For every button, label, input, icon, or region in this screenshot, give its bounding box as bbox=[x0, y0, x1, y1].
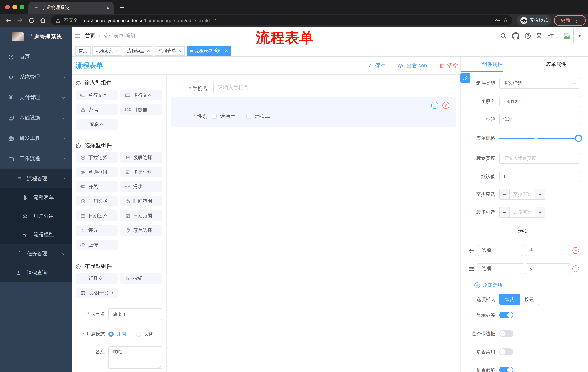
tag-home[interactable]: 首页 bbox=[75, 46, 91, 55]
gender-field-selected-row[interactable]: 性别 选项一 选项二 bbox=[171, 97, 456, 127]
option2-label-input[interactable]: 选项二 bbox=[478, 263, 523, 274]
traffic-light-zoom[interactable] bbox=[20, 5, 24, 10]
security-label[interactable]: 不安全 bbox=[64, 17, 78, 24]
avatar[interactable] bbox=[560, 29, 574, 43]
resize-grip[interactable] bbox=[158, 364, 161, 368]
status-radio-on[interactable]: 开启 bbox=[108, 331, 126, 337]
stepper-minus-button[interactable]: − bbox=[500, 207, 510, 217]
new-tab-button[interactable]: ＋ bbox=[119, 2, 126, 12]
required-toggle[interactable] bbox=[499, 367, 514, 372]
stepper-minus-button[interactable]: − bbox=[500, 189, 510, 200]
component-editor[interactable]: 编辑器 bbox=[76, 119, 117, 130]
status-radio-off[interactable]: 关闭 bbox=[136, 331, 154, 337]
component-date-range[interactable]: 日期范围 bbox=[120, 210, 162, 221]
link-tab-button[interactable] bbox=[460, 73, 471, 83]
style-button-button[interactable]: 按钮 bbox=[520, 294, 539, 305]
url-text[interactable]: dashboard.yudao.iocoder.cn/bpm/manager/f… bbox=[84, 18, 217, 23]
remove-option-button[interactable]: − bbox=[572, 247, 579, 254]
home-icon[interactable] bbox=[40, 17, 46, 24]
option1-label-input[interactable]: 选项一 bbox=[478, 245, 523, 256]
clear-button[interactable]: 清空 bbox=[439, 62, 458, 69]
with-border-toggle[interactable] bbox=[499, 330, 514, 337]
tag-close-icon[interactable]: ✕ bbox=[115, 48, 119, 53]
component-button[interactable]: 按钮 bbox=[120, 273, 162, 284]
gender-checkbox-option2[interactable]: 选项二 bbox=[246, 113, 270, 119]
sidebar-item-system[interactable]: ⚙ 系统管理 bbox=[0, 67, 72, 87]
tab-form-props[interactable]: 表单属性 bbox=[524, 57, 588, 72]
component-date-picker[interactable]: 日期选择 bbox=[76, 210, 117, 221]
component-cascader[interactable]: 级联选择 bbox=[120, 152, 162, 163]
component-select[interactable]: 下拉选择 bbox=[76, 152, 117, 163]
password-key-icon[interactable] bbox=[494, 18, 500, 23]
sidebar-item-devtools[interactable]: 研发工具 bbox=[0, 128, 72, 149]
sidebar-item-home[interactable]: 首页 bbox=[0, 47, 72, 67]
grid-slider[interactable] bbox=[499, 134, 578, 143]
chrome-update-button[interactable]: 更新 ⋮ bbox=[554, 15, 586, 26]
min-select-input[interactable]: 至少应选 bbox=[510, 189, 535, 200]
disabled-toggle[interactable] bbox=[499, 348, 514, 355]
sidebar-item-leave-query[interactable]: 请假查询 bbox=[0, 263, 72, 282]
option1-value-input[interactable]: 男 bbox=[525, 245, 570, 256]
component-time-picker[interactable]: 时间选择 bbox=[76, 196, 117, 206]
tag-close-icon[interactable]: ✕ bbox=[178, 48, 181, 53]
sidebar-item-process-form[interactable]: 流程表单 bbox=[0, 188, 72, 207]
component-slider[interactable]: 滑块 bbox=[120, 181, 162, 192]
option2-value-input[interactable]: 女 bbox=[525, 263, 570, 274]
avatar-dropdown-caret-icon[interactable]: ▾ bbox=[579, 33, 581, 38]
component-color-picker[interactable]: 颜色选择 bbox=[120, 225, 162, 235]
view-json-button[interactable]: 查看json bbox=[398, 62, 427, 69]
max-select-input[interactable]: 最多可选 bbox=[510, 207, 535, 217]
title-input[interactable]: 性别 bbox=[499, 114, 580, 125]
component-counter[interactable]: 123计数器 bbox=[120, 105, 162, 115]
field-name-input[interactable]: field122 bbox=[499, 96, 580, 107]
not-secure-warning-icon[interactable] bbox=[55, 18, 61, 23]
sidebar-item-process-mgmt[interactable]: 流程管理 bbox=[0, 169, 72, 188]
drag-handle-icon[interactable] bbox=[469, 265, 475, 272]
component-rate[interactable]: ☆评分 bbox=[76, 225, 117, 235]
drag-handle-icon[interactable] bbox=[469, 247, 475, 254]
tag-process-form-edit[interactable]: 流程表单-编辑✕ bbox=[187, 46, 231, 55]
tag-process-definition[interactable]: 流程定义✕ bbox=[92, 46, 122, 55]
sidebar-item-process-model[interactable]: 流程模型 bbox=[0, 225, 72, 244]
reload-icon[interactable] bbox=[28, 17, 35, 24]
forward-icon[interactable] bbox=[17, 17, 23, 24]
save-button[interactable]: ✓保存 bbox=[368, 62, 386, 69]
show-label-toggle[interactable] bbox=[499, 312, 514, 319]
form-canvas[interactable]: 手机号 请输入手机号 性别 选项一 选项二 bbox=[166, 74, 460, 372]
slider-handle[interactable] bbox=[575, 135, 582, 142]
font-size-icon[interactable] bbox=[547, 32, 556, 40]
sidebar-item-infra[interactable]: 基础设施 bbox=[0, 108, 72, 128]
remark-textarea[interactable]: 嘿嘿 bbox=[108, 346, 162, 369]
chrome-menu-kebab-icon[interactable]: ⋮ bbox=[574, 18, 579, 23]
browser-tab[interactable]: 芋道管理系统 ✕ bbox=[28, 2, 114, 14]
tag-process-form[interactable]: 流程表单✕ bbox=[155, 46, 185, 55]
traffic-light-close[interactable] bbox=[5, 5, 10, 10]
form-name-input[interactable]: biubiu bbox=[108, 308, 162, 320]
component-time-range[interactable]: 时间范围 bbox=[120, 196, 162, 206]
component-radio-group[interactable]: ◉单选框组 bbox=[76, 167, 117, 177]
sidebar-item-user-group[interactable]: 用户分组 bbox=[0, 207, 72, 225]
component-type-select[interactable]: 多选框组 bbox=[499, 78, 580, 89]
tab-close-icon[interactable]: ✕ bbox=[106, 5, 110, 11]
question-help-icon[interactable] bbox=[525, 32, 531, 39]
breadcrumb-home[interactable]: 首页 bbox=[85, 32, 95, 39]
component-table[interactable]: 表格[开发中] bbox=[76, 287, 117, 298]
search-icon[interactable] bbox=[500, 32, 507, 39]
github-icon[interactable] bbox=[512, 32, 520, 40]
component-row-container[interactable]: 行容器 bbox=[76, 273, 117, 284]
remove-option-button[interactable]: − bbox=[572, 265, 579, 272]
duplicate-field-button[interactable] bbox=[431, 102, 438, 109]
sidebar-item-payment[interactable]: ¥ 支付管理 bbox=[0, 87, 72, 108]
back-icon[interactable] bbox=[5, 17, 12, 24]
tag-process-model[interactable]: 流程模型✕ bbox=[124, 46, 153, 55]
fullscreen-icon[interactable] bbox=[536, 33, 542, 39]
sidebar-fold-icon[interactable] bbox=[74, 32, 81, 39]
add-option-button[interactable]: ＋ 添加选项 bbox=[474, 282, 503, 288]
component-switch[interactable]: 开关 bbox=[76, 181, 117, 192]
tab-component-props[interactable]: 组件属性 bbox=[461, 57, 524, 72]
sidebar-item-workflow[interactable]: 工作流程 bbox=[0, 149, 72, 169]
sidebar-item-task-mgmt[interactable]: 任务管理 bbox=[0, 244, 72, 263]
component-checkbox-group[interactable]: ☑多选框组 bbox=[120, 167, 162, 177]
traffic-light-minimize[interactable] bbox=[12, 5, 17, 10]
label-width-input[interactable]: 请输入标签宽度 bbox=[499, 153, 580, 164]
